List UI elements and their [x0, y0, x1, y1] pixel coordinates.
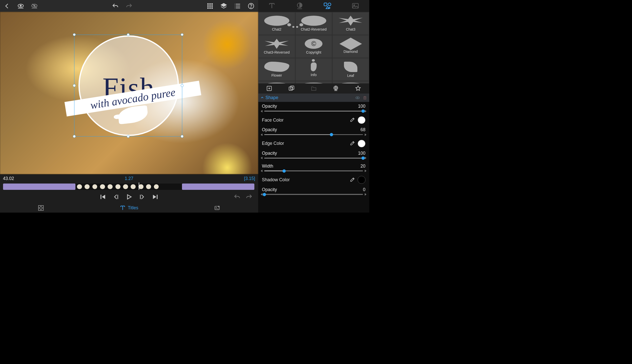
track-clip[interactable] [182, 184, 254, 190]
nudge-left-icon[interactable] [261, 110, 262, 112]
shape-copyright[interactable]: ©Copyright [296, 35, 332, 58]
shadow-color-label: Shadow Color [262, 177, 290, 183]
opacity-label: Opacity [262, 187, 277, 192]
shape-chat3[interactable]: Chat3 [333, 12, 369, 35]
shape-diamond[interactable]: Diamond [333, 35, 369, 58]
clip-remaining: [3.15] [244, 176, 255, 181]
width-slider[interactable] [258, 170, 369, 174]
svg-rect-11 [210, 5, 211, 7]
list-icon[interactable] [234, 3, 241, 9]
shape-preview [301, 16, 326, 26]
section-shape-header[interactable]: Shape [258, 94, 369, 102]
nudge-right-icon[interactable] [365, 157, 366, 159]
clip-thumb [115, 184, 120, 189]
redo-icon[interactable] [126, 3, 132, 9]
opacity-slider[interactable] [258, 110, 369, 115]
goto-end-icon[interactable] [152, 194, 158, 200]
shape-more[interactable] [259, 81, 295, 83]
timeline-redo-icon[interactable] [246, 194, 252, 200]
face-color-label: Face Color [262, 118, 284, 123]
preview-visible-icon[interactable] [17, 3, 24, 9]
selection-box[interactable] [74, 35, 182, 136]
play-icon[interactable] [126, 194, 132, 200]
selection-handle[interactable] [73, 84, 76, 87]
face-opacity-slider[interactable] [258, 133, 369, 138]
mode-text-icon[interactable] [268, 2, 276, 9]
help-icon[interactable] [248, 3, 254, 9]
preview-hidden-icon[interactable] [31, 3, 38, 9]
right-pane: Chat2 Chat2-Reversed Chat3 Chat3-Reverse… [258, 0, 369, 213]
eyedropper-icon[interactable] [350, 177, 355, 183]
nudge-right-icon[interactable] [365, 193, 366, 196]
track-clip[interactable] [3, 184, 75, 190]
face-color-swatch[interactable] [358, 116, 365, 124]
shape-chat2[interactable]: Chat2 [259, 12, 295, 35]
shadow-opacity-slider[interactable] [258, 193, 369, 198]
selection-handle[interactable] [127, 135, 130, 138]
selection-handle[interactable] [181, 84, 184, 87]
shape-leaf[interactable]: Leaf [333, 58, 369, 81]
svg-point-60 [357, 97, 358, 98]
selection-handle[interactable] [127, 33, 130, 36]
back-icon[interactable] [4, 3, 10, 9]
edge-opacity-slider[interactable] [258, 157, 369, 162]
svg-rect-7 [208, 3, 209, 5]
tab-focus[interactable] [38, 205, 44, 211]
globe-icon[interactable] [332, 85, 339, 92]
timeline-undo-icon[interactable] [234, 194, 240, 200]
layers-icon[interactable] [220, 3, 227, 9]
nudge-right-icon[interactable] [365, 133, 366, 136]
duplicate-layer-icon[interactable] [288, 85, 295, 92]
undo-icon[interactable] [112, 3, 119, 9]
nudge-left-icon[interactable] [261, 133, 262, 136]
eyedropper-icon[interactable] [350, 141, 355, 146]
shape-more[interactable] [296, 81, 332, 83]
delete-icon[interactable] [363, 96, 367, 100]
mode-contrast-icon[interactable] [296, 2, 304, 9]
shapes-grid[interactable]: Chat2 Chat2-Reversed Chat3 Chat3-Reverse… [258, 12, 369, 83]
shape-chat3-reversed[interactable]: Chat3-Reversed [259, 35, 295, 58]
edge-color-swatch[interactable] [358, 140, 365, 147]
top-toolbar [0, 0, 258, 12]
tab-titles-label: Titles [128, 205, 138, 211]
tab-titles[interactable]: Titles [120, 205, 138, 211]
step-forward-icon[interactable] [139, 194, 145, 200]
shape-flower[interactable]: Flower [259, 58, 295, 81]
shape-preview [311, 62, 317, 71]
tab-effects[interactable] [214, 205, 220, 211]
shape-chat2-reversed[interactable]: Chat2-Reversed [296, 12, 332, 35]
favorite-icon[interactable] [355, 85, 362, 92]
grid-icon[interactable] [207, 3, 213, 9]
selection-handle[interactable] [73, 135, 76, 138]
folder-icon[interactable] [310, 85, 317, 92]
nudge-left-icon[interactable] [261, 157, 262, 159]
svg-rect-48 [352, 4, 358, 8]
nudge-right-icon[interactable] [365, 110, 366, 112]
goto-start-icon[interactable] [100, 194, 106, 200]
shape-preview [339, 37, 362, 50]
mode-shapes-icon[interactable] [323, 2, 332, 9]
visibility-icon[interactable] [355, 96, 360, 100]
add-layer-icon[interactable] [266, 85, 273, 92]
mode-image-icon[interactable] [351, 2, 359, 9]
svg-point-29 [40, 207, 42, 209]
selection-handle[interactable] [181, 33, 184, 36]
step-back-icon[interactable] [113, 194, 119, 200]
nudge-left-icon[interactable] [261, 193, 262, 196]
toolbar-center-group [112, 3, 132, 9]
playhead[interactable] [139, 183, 139, 190]
selection-handle[interactable] [181, 135, 184, 138]
svg-point-47 [328, 3, 331, 6]
nudge-left-icon[interactable] [261, 170, 262, 172]
track-row[interactable] [0, 183, 258, 191]
svg-point-1 [20, 5, 21, 6]
nudge-right-icon[interactable] [365, 170, 366, 172]
shape-info[interactable]: Info [296, 58, 332, 81]
eyedropper-icon[interactable] [350, 117, 355, 123]
preview-viewport[interactable]: Fish with avocado puree [0, 12, 258, 174]
selection-handle[interactable] [73, 33, 76, 36]
shadow-color-swatch[interactable] [358, 176, 365, 184]
shape-more[interactable] [333, 81, 369, 83]
track-title-clip[interactable] [75, 184, 182, 190]
toolbar-left-group [4, 3, 37, 9]
